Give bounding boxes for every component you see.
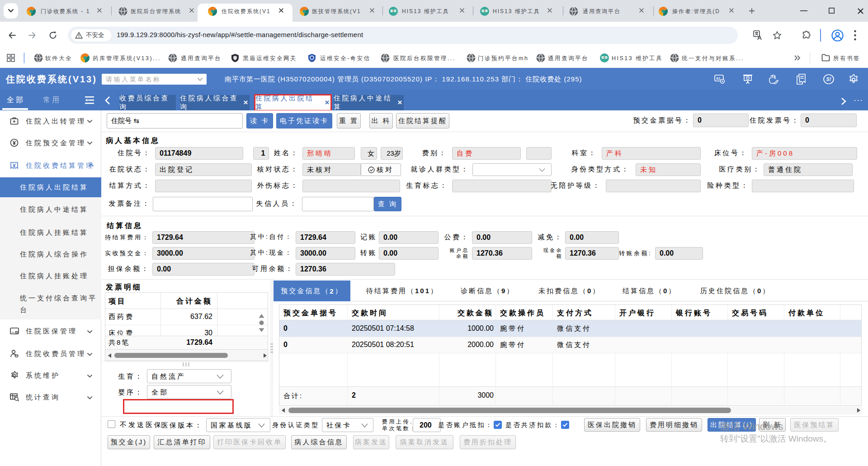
svg-text:S1: S1	[716, 76, 721, 81]
svg-text:S!: S!	[826, 76, 831, 82]
